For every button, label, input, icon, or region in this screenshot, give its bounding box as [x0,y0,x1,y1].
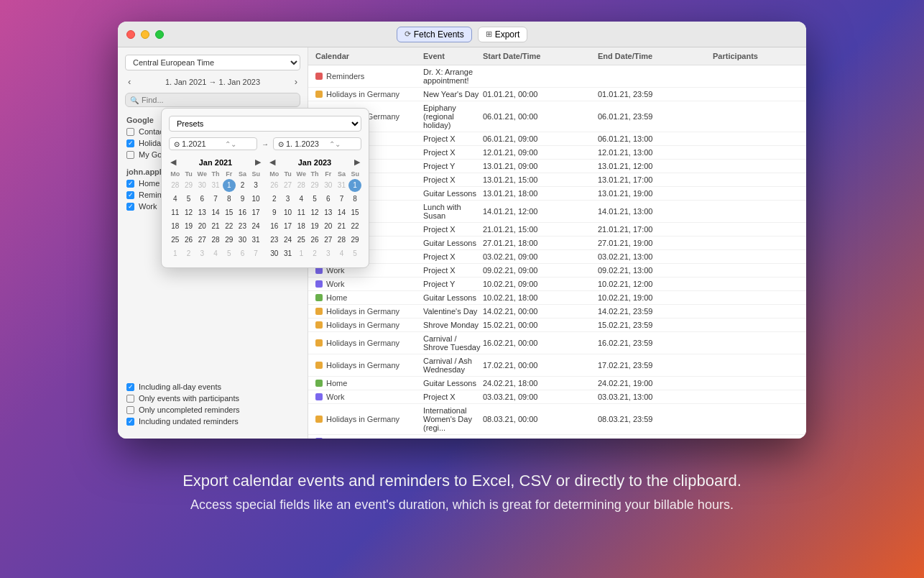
fetch-events-button[interactable]: ⟳ Fetch Events [397,27,472,42]
timezone-select[interactable]: Central European Time [125,55,300,70]
date-from-input[interactable] [182,139,225,148]
holidays-checkbox[interactable]: ✓ [126,139,134,147]
mini-cal-2: ◀ Jan 2023 ▶ Mo Tu We Th Fr Sa Su 26 27 … [268,157,361,260]
event-name: Epiphany (regional holiday) [423,104,483,129]
event-name: Guitar Lessons [423,239,483,247]
cal-name: Holidays in Germany [326,307,399,316]
table-row: Work Project X 21.01.21, 15:00 21.01.21,… [308,223,806,237]
undated-label: Including undated reminders [139,417,239,426]
cal1-next[interactable]: ▶ [254,157,262,167]
cal1-prev[interactable]: ◀ [169,157,177,167]
end-date: 08.03.21, 23:59 [598,415,713,423]
cal-name: Holidays in Germany [326,415,399,423]
fullscreen-button[interactable] [155,30,164,39]
end-date: 03.03.21, 13:00 [598,393,713,401]
work-checkbox[interactable]: ✓ [126,203,134,211]
event-name: Dr. X: Arrange appointment! [423,68,483,85]
table-row: Home Guitar Lessons 27.01.21, 18:00 27.0… [308,237,806,250]
home-checkbox[interactable]: ✓ [126,180,134,188]
all-day-label: Including all-day events [139,382,221,391]
cal-label: Holidays in Germany [315,339,423,347]
event-name: Project X [423,266,483,275]
participants-checkbox[interactable] [126,395,134,403]
end-date: 17.02.21, 23:59 [598,361,713,370]
date-from-box[interactable]: ⊙ ⌃⌄ [169,137,257,150]
end-date: 13.01.21, 19:00 [598,189,713,198]
close-button[interactable] [126,30,135,39]
undated-checkbox[interactable]: ✓ [126,418,134,426]
event-name: Lunch with Susan [423,203,483,220]
start-date: 14.01.21, 12:00 [483,207,598,216]
timezone-selector[interactable]: Central European Time [125,55,300,70]
cal-color-dot [315,321,323,329]
end-date: 09.03.21, 13:00 [598,437,713,439]
cal2-prev[interactable]: ◀ [268,157,277,167]
search-input[interactable] [142,96,295,104]
option-all-day[interactable]: ✓ Including all-day events [126,382,299,391]
cal-name: Holidays in Germany [326,321,399,329]
cal-label: Work [315,393,423,401]
event-name: Project X [423,134,483,143]
cal-label: Work [315,437,423,439]
table-row: Holidays in Germany International Women'… [308,404,806,435]
end-date: 09.02.21, 13:00 [598,266,713,275]
export-button[interactable]: ⊞ Export [478,27,528,42]
date-range-prev[interactable]: ‹ [125,76,134,87]
event-name: Project X [423,393,483,401]
end-date: 06.01.21, 13:00 [598,134,713,143]
cal2-next[interactable]: ▶ [353,157,361,167]
date-to-box[interactable]: ⊙ ⌃⌄ [273,137,361,150]
table-row: Holidays in Germany Shrove Monday 15.02.… [308,318,806,332]
my-google-checkbox[interactable] [126,151,134,159]
table-row: Home Guitar Lessons 10.02.21, 18:00 10.0… [308,291,806,305]
date-range-next[interactable]: › [292,76,300,87]
option-participants[interactable]: Only events with participants [126,394,299,403]
option-uncompleted[interactable]: Only uncompleted reminders [126,405,299,414]
contacts-checkbox[interactable] [126,128,134,136]
search-bar[interactable]: 🔍 [125,93,300,107]
sidebar-options: ✓ Including all-day events Only events w… [118,377,308,431]
start-date: 21.01.21, 15:00 [483,225,598,234]
event-name: Carnival / Ash Wednesday [423,357,483,374]
event-name: Shrove Monday [423,321,483,329]
footer-line1: Export calendar events and reminders to … [183,467,741,494]
start-date: 06.01.21, 09:00 [483,134,598,143]
event-name: Project X [423,225,483,234]
start-date: 13.01.21, 15:00 [483,175,598,184]
home-label: Home [139,179,160,188]
event-name: Project X [423,252,483,261]
cal-label: Holidays in Germany [315,307,423,316]
presets-select[interactable]: Presets [169,116,361,132]
uncompleted-checkbox[interactable] [126,406,134,414]
date-range-bar: ‹ 1. Jan 2021 → 1. Jan 2023 › [125,76,300,87]
all-day-checkbox[interactable]: ✓ [126,383,134,391]
cal2-title: Jan 2023 [298,158,331,167]
minimize-button[interactable] [141,30,149,39]
end-date: 01.01.21, 23:59 [598,90,713,98]
table-row: Work Project X 09.03.21, 09:00 09.03.21,… [308,435,806,439]
start-date: 16.02.21, 00:00 [483,339,598,347]
cal-color-dot [315,416,323,423]
date-to-input[interactable] [286,139,329,148]
cal-color-dot [315,339,323,347]
col-participants: Participants [713,52,799,60]
event-name: Project Y [423,280,483,288]
export-label: Export [495,29,520,40]
option-undated[interactable]: ✓ Including undated reminders [126,417,299,426]
event-name: Project X [423,437,483,439]
mini-cal-1-header: ◀ Jan 2021 ▶ [169,157,262,167]
end-date: 12.01.21, 13:00 [598,148,713,157]
table-body: Reminders Dr. X: Arrange appointment! Ho… [308,65,806,439]
work-label: Work [139,202,157,211]
table-row: Work Project X 13.01.21, 15:00 13.01.21,… [308,173,806,187]
table-row: Work Project X 06.01.21, 09:00 06.01.21,… [308,132,806,146]
start-date: 14.02.21, 00:00 [483,307,598,316]
fetch-events-icon: ⟳ [405,29,411,39]
start-date: 10.02.21, 09:00 [483,280,598,288]
table-row: Work Project X 03.03.21, 09:00 03.03.21,… [308,390,806,404]
end-date: 06.01.21, 23:59 [598,112,713,121]
reminders-checkbox[interactable]: ✓ [126,191,134,199]
search-icon: 🔍 [130,96,139,104]
date-to-arrow: ⊙ [278,140,284,148]
cal-name: Work [326,393,344,401]
